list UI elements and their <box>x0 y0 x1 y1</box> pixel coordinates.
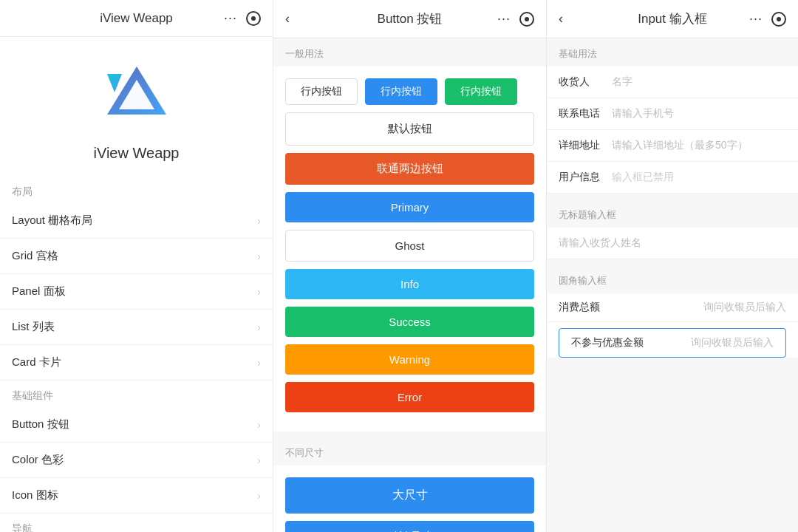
button-panel-icons: ··· <box>497 11 534 27</box>
sidebar-item-label: List 列表 <box>12 320 55 334</box>
back-icon: ‹ <box>285 11 290 26</box>
btn-ghost[interactable]: Ghost <box>285 230 534 262</box>
input-placeholder-address[interactable]: 请输入详细地址（最多50字） <box>612 139 748 152</box>
inline-buttons-row: 行内按钮 行内按钮 行内按钮 <box>285 78 534 105</box>
section-title-general: 一般用法 <box>273 38 546 66</box>
btn-default-size[interactable]: 默认尺寸 <box>285 521 534 532</box>
sidebar-header-icons: ··· <box>224 10 261 26</box>
no-label-input[interactable]: 请输入收货人姓名 <box>547 228 798 259</box>
input-placeholder-phone[interactable]: 请输入手机号 <box>612 107 674 120</box>
sidebar-item-label: Grid 宫格 <box>12 249 58 263</box>
rounded-label-total: 消费总额 <box>559 301 603 314</box>
btn-warning[interactable]: Warning <box>285 344 534 375</box>
chevron-right-icon: › <box>257 357 261 369</box>
btn-primary[interactable]: Primary <box>285 192 534 222</box>
sidebar-item-label: Layout 栅格布局 <box>12 214 92 228</box>
more-icon[interactable]: ··· <box>749 11 763 27</box>
button-panel-title: Button 按钮 <box>378 10 443 27</box>
input-row-phone: 联系电话 请输入手机号 <box>547 98 798 130</box>
input-placeholder-receiver[interactable]: 名字 <box>612 75 632 89</box>
target-icon[interactable] <box>246 11 261 26</box>
section-title-sizes: 不同尺寸 <box>273 437 546 466</box>
sidebar-header: iView Weapp ··· <box>0 0 273 37</box>
input-panel: ‹ Input 输入框 ··· 基础用法 收货人 名字 联系电话 请输入手机号 … <box>547 0 798 532</box>
sidebar-item-grid[interactable]: Grid 宫格 › <box>0 239 273 274</box>
target-icon[interactable] <box>519 12 534 27</box>
input-panel-icons: ··· <box>749 11 786 27</box>
btn-info[interactable]: Info <box>285 269 534 299</box>
sidebar-item-label: Button 按钮 <box>12 417 69 432</box>
target-icon[interactable] <box>771 12 786 27</box>
btn-default[interactable]: 默认按钮 <box>285 112 534 146</box>
sidebar-item-icon[interactable]: Icon 图标 › <box>0 478 273 514</box>
back-button[interactable]: ‹ <box>285 11 290 27</box>
sidebar-item-layout-grid[interactable]: Layout 栅格布局 › <box>0 203 273 239</box>
logo-image <box>100 59 174 133</box>
sidebar-item-label: Icon 图标 <box>12 488 58 502</box>
more-icon[interactable]: ··· <box>224 10 237 26</box>
inline-btn-success[interactable]: 行内按钮 <box>445 78 517 105</box>
section-label-nav: 导航 <box>0 514 273 532</box>
back-icon: ‹ <box>559 11 563 26</box>
input-label-user: 用户信息 <box>559 171 603 184</box>
input-placeholder-user: 输入框已禁用 <box>612 171 674 184</box>
sidebar-item-card[interactable]: Card 卡片 › <box>0 345 273 381</box>
button-panel-content: 一般用法 行内按钮 行内按钮 行内按钮 默认按钮 联通两边按钮 Primary … <box>273 38 546 532</box>
input-row-user: 用户信息 输入框已禁用 <box>547 162 798 194</box>
rounded-row-discount: 不参与优惠金额 询问收银员后输入 <box>559 329 785 357</box>
logo-title: iView Weapp <box>94 145 180 162</box>
input-panel-header: ‹ Input 输入框 ··· <box>547 0 798 38</box>
svg-marker-2 <box>107 74 122 92</box>
chevron-right-icon: › <box>257 286 261 298</box>
rounded-value-discount[interactable]: 询问收银员后输入 <box>652 336 774 349</box>
rounded-section: 消费总额 询问收银员后输入 不参与优惠金额 询问收银员后输入 <box>547 293 798 358</box>
section-label-layout: 布局 <box>0 177 273 203</box>
sidebar-list: 布局 Layout 栅格布局 › Grid 宫格 › Panel 面板 › Li… <box>0 177 273 532</box>
btn-success[interactable]: Success <box>285 307 534 337</box>
sidebar-item-list[interactable]: List 列表 › <box>0 310 273 345</box>
sidebar-item-label: Color 色彩 <box>12 453 64 467</box>
basic-usage-title: 基础用法 <box>547 38 798 66</box>
input-row-receiver: 收货人 名字 <box>547 66 798 98</box>
input-panel-title: Input 输入框 <box>638 10 707 27</box>
input-panel-content: 基础用法 收货人 名字 联系电话 请输入手机号 详细地址 请输入详细地址（最多5… <box>547 38 798 532</box>
rounded-row-total: 消费总额 询问收银员后输入 <box>547 293 798 322</box>
back-button[interactable]: ‹ <box>559 11 563 27</box>
chevron-right-icon: › <box>257 250 261 262</box>
chevron-right-icon: › <box>257 490 261 502</box>
general-usage-card: 行内按钮 行内按钮 行内按钮 默认按钮 联通两边按钮 Primary Ghost… <box>273 66 546 432</box>
chevron-right-icon: › <box>257 215 261 227</box>
btn-orange[interactable]: 联通两边按钮 <box>285 153 534 185</box>
sidebar-item-label: Card 卡片 <box>12 355 61 369</box>
sidebar-item-panel[interactable]: Panel 面板 › <box>0 274 273 310</box>
section-label-basic: 基础组件 <box>0 381 273 407</box>
rounded-highlighted-container: 不参与优惠金额 询问收银员后输入 <box>559 328 786 358</box>
input-row-address: 详细地址 请输入详细地址（最多50字） <box>547 130 798 162</box>
button-panel-header: ‹ Button 按钮 ··· <box>273 0 546 38</box>
sidebar-item-button[interactable]: Button 按钮 › <box>0 407 273 443</box>
inline-btn-primary[interactable]: 行内按钮 <box>365 78 437 105</box>
more-icon[interactable]: ··· <box>497 11 511 27</box>
btn-large[interactable]: 大尺寸 <box>285 477 534 514</box>
basic-usage-section: 收货人 名字 联系电话 请输入手机号 详细地址 请输入详细地址（最多50字） 用… <box>547 66 798 194</box>
chevron-right-icon: › <box>257 454 261 466</box>
chevron-right-icon: › <box>257 419 261 431</box>
input-label-phone: 联系电话 <box>559 107 603 120</box>
chevron-right-icon: › <box>257 321 261 333</box>
sidebar-panel: iView Weapp ··· iVie <box>0 0 273 532</box>
rounded-label-discount: 不参与优惠金额 <box>571 336 644 349</box>
no-label-section: 请输入收货人姓名 <box>547 228 798 259</box>
sidebar-item-color[interactable]: Color 色彩 › <box>0 443 273 478</box>
input-label-receiver: 收货人 <box>559 75 603 89</box>
inline-btn-default[interactable]: 行内按钮 <box>285 78 358 105</box>
input-label-address: 详细地址 <box>559 139 603 152</box>
rounded-value-total[interactable]: 询问收银员后输入 <box>612 301 786 314</box>
sizes-card: 大尺寸 默认尺寸 小尺寸 <box>273 466 546 532</box>
no-label-title: 无标题输入框 <box>547 200 798 228</box>
sidebar-item-label: Panel 面板 <box>12 284 66 299</box>
rounded-title: 圆角输入框 <box>547 265 798 293</box>
button-panel: ‹ Button 按钮 ··· 一般用法 行内按钮 行内按钮 行内按钮 默认按钮… <box>273 0 547 532</box>
sidebar-title: iView Weapp <box>100 11 173 26</box>
btn-error[interactable]: Error <box>285 382 534 412</box>
logo-area: iView Weapp <box>0 37 273 177</box>
